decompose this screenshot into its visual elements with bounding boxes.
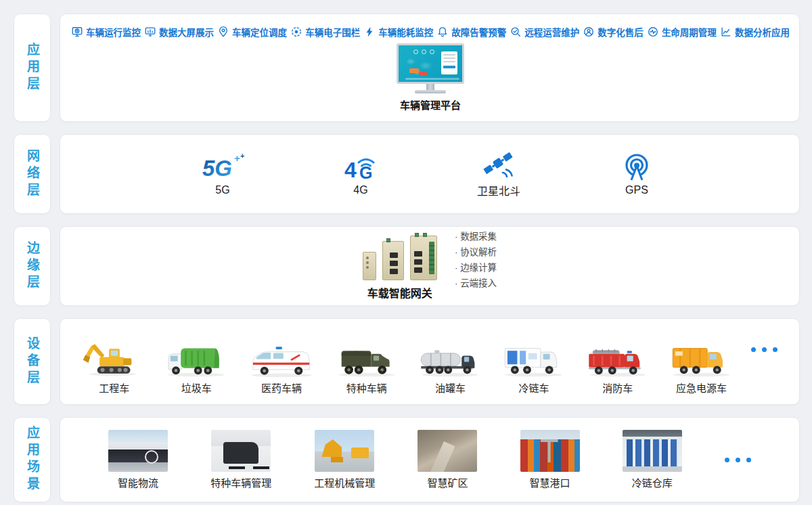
gateway-feature: 数据采集 — [455, 230, 497, 243]
scenario-label: 冷链仓库 — [632, 475, 673, 489]
app-item-label: 数字化售后 — [597, 25, 644, 39]
scenario-layer-label: 应用场景 — [23, 426, 41, 493]
svg-text:+: + — [240, 152, 244, 160]
edge-layer-row: 边缘层 — [14, 226, 800, 306]
svg-text:5G: 5G — [202, 156, 232, 181]
scenario-layer-label-box: 应用场景 — [14, 417, 51, 502]
app-item-location-dispatch: 车辆定位调度 — [217, 25, 287, 39]
vehicle-garbage-truck: 垃圾车 — [162, 339, 230, 395]
smart-port-photo — [520, 430, 580, 472]
scenario-smart-mine: 智慧矿区 — [418, 430, 477, 489]
power-truck-image — [668, 339, 736, 378]
geofence-icon — [290, 26, 302, 38]
edge-layer-label: 边缘层 — [23, 241, 41, 292]
vehicle-label: 医药车辆 — [261, 380, 302, 395]
edge-layer-label-box: 边缘层 — [14, 226, 51, 306]
alarm-bell-icon — [436, 26, 449, 38]
vehicle-cold-chain: 冷链车 — [500, 339, 568, 395]
garbage-truck-image — [162, 339, 230, 378]
scenario-more-dots — [725, 458, 751, 462]
screen-truck-graphic — [409, 68, 419, 73]
screen-bottom-bar — [405, 78, 459, 80]
gateway-feature: 云端接入 — [455, 277, 497, 290]
scenario-cold-warehouse: 冷链仓库 — [623, 430, 682, 489]
network-item-label: 5G — [215, 184, 229, 196]
svg-text:4: 4 — [344, 158, 357, 182]
network-layer-label-box: 网络层 — [14, 134, 51, 214]
screen-login-card — [441, 51, 457, 74]
vehicle-label: 消防车 — [602, 380, 633, 395]
network-item-4g: 4 G 4G — [330, 152, 392, 196]
device-layer-panel: 工程车 垃圾车 — [60, 318, 800, 405]
monitor-stand-base — [415, 90, 446, 93]
4g-logo-icon: 4 G — [339, 152, 382, 183]
oil-tanker-image — [416, 339, 484, 378]
app-item-label: 故障告警预警 — [451, 25, 506, 39]
app-item-remote-maintenance: 远程运营维护 — [510, 25, 579, 39]
scenario-smart-logistics: 智能物流 — [108, 430, 168, 489]
app-item-label: 数据大屏展示 — [159, 25, 214, 39]
app-item-label: 远程运营维护 — [524, 25, 579, 39]
vehicle-gateway: 车载智能网关 — [363, 232, 437, 301]
vehicle-management-platform: 车辆管理平台 — [71, 43, 790, 112]
device-layer-row: 设备层 工程车 — [14, 318, 800, 405]
vehicle-special: 特种车辆 — [333, 339, 401, 395]
network-item-5g: 5G + + 5G — [191, 152, 254, 196]
lifecycle-icon — [647, 26, 659, 38]
gateway-features-list: 数据采集 协议解析 边缘计算 云端接入 — [455, 230, 497, 302]
gateway-small — [363, 252, 376, 280]
application-layer-row: 应用层 车辆运行监控 数据大屏展示 车辆定位调度 车辆电子围栏 — [14, 14, 800, 122]
smart-logistics-photo — [108, 430, 168, 472]
gateway-medium — [382, 241, 404, 280]
device-layer-label: 设备层 — [23, 336, 41, 387]
app-item-label: 车辆电子围栏 — [305, 25, 360, 39]
scenario-layer-panel: 智能物流 特种车辆管理 工程机械管理 智慧矿区 智慧港口 冷链仓库 — [60, 417, 800, 502]
data-analysis-icon — [720, 26, 732, 38]
app-item-fault-alarm: 故障告警预警 — [436, 25, 506, 39]
satellite-icon — [480, 150, 517, 181]
scenario-label: 特种车辆管理 — [210, 475, 271, 489]
network-item-label: 4G — [353, 184, 367, 196]
network-item-beidou: 卫星北斗 — [468, 150, 530, 198]
app-item-label: 车辆定位调度 — [232, 25, 287, 39]
scenario-machinery-mgmt: 工程机械管理 — [314, 430, 375, 489]
vehicle-fire-truck: 消防车 — [584, 339, 652, 395]
vehicle-label: 垃圾车 — [181, 380, 212, 395]
vehicle-medical: 医药车辆 — [246, 339, 317, 395]
app-item-label: 车辆能耗监控 — [378, 25, 433, 39]
gateway-devices-image — [363, 232, 437, 280]
screen-truck-graphic — [419, 72, 427, 76]
app-item-vehicle-monitoring: 车辆运行监控 — [71, 25, 141, 39]
app-item-label: 车辆运行监控 — [86, 25, 141, 39]
smart-mine-photo — [418, 430, 477, 472]
gateway-label: 车载智能网关 — [367, 284, 432, 301]
network-layer-label: 网络层 — [23, 149, 41, 200]
scenario-label: 智慧港口 — [530, 475, 570, 489]
network-layer-panel: 5G + + 5G 4 G 4G — [60, 134, 800, 214]
device-more-dots — [751, 347, 777, 367]
app-item-label: 生命周期管理 — [662, 25, 717, 39]
network-item-label: GPS — [625, 184, 648, 196]
ambulance-image — [246, 339, 317, 378]
app-item-data-analysis: 数据分析应用 — [720, 25, 790, 39]
vehicle-label: 应急电源车 — [676, 380, 727, 395]
cold-chain-truck-image — [500, 339, 568, 378]
5g-logo-icon: 5G + + — [198, 152, 247, 183]
network-item-label: 卫星北斗 — [477, 182, 520, 198]
construction-machinery-photo — [315, 430, 374, 472]
vehicle-label: 冷链车 — [519, 380, 549, 395]
scenario-label: 工程机械管理 — [314, 475, 375, 489]
app-item-big-screen: 数据大屏展示 — [144, 25, 214, 39]
special-vehicle-photo — [211, 430, 271, 472]
scenario-label: 智能物流 — [118, 475, 158, 489]
vehicle-label: 工程车 — [99, 380, 129, 395]
app-item-energy-monitoring: 车辆能耗监控 — [363, 25, 433, 39]
dashboard-screen-icon — [144, 26, 156, 38]
app-item-label: 数据分析应用 — [735, 25, 790, 39]
scenario-special-vehicle-mgmt: 特种车辆管理 — [210, 430, 271, 489]
military-truck-image — [333, 339, 401, 378]
monitor-screen — [397, 43, 464, 84]
platform-monitor-image — [397, 43, 464, 93]
scenario-smart-port: 智慧港口 — [520, 430, 580, 489]
app-item-digital-after-sales: 数字化售后 — [583, 25, 644, 39]
